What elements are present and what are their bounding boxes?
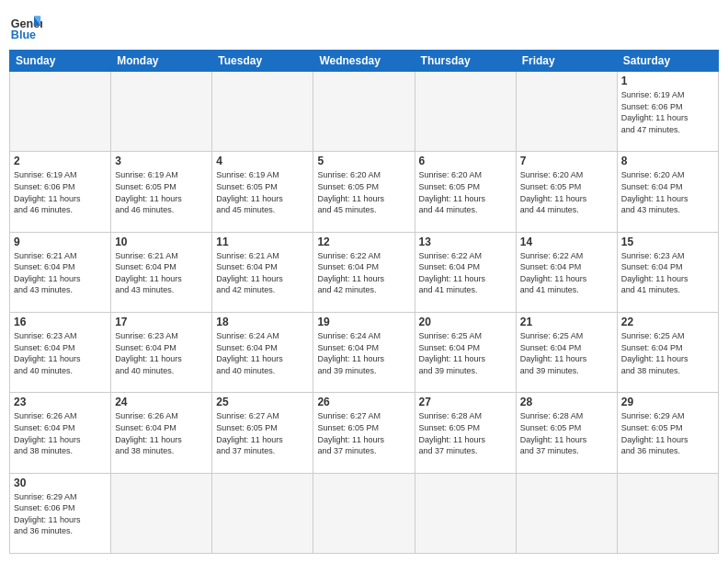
weekday-header-saturday: Saturday (617, 51, 718, 72)
day-number: 10 (115, 236, 208, 248)
day-info: Sunrise: 6:28 AM Sunset: 6:05 PM Dayligh… (419, 410, 512, 456)
calendar-cell-23: 18Sunrise: 6:24 AM Sunset: 6:04 PM Dayli… (212, 312, 313, 392)
day-info: Sunrise: 6:20 AM Sunset: 6:05 PM Dayligh… (317, 169, 410, 215)
day-number: 27 (419, 396, 512, 408)
day-number: 15 (621, 236, 714, 248)
calendar-cell-27: 22Sunrise: 6:25 AM Sunset: 6:04 PM Dayli… (617, 312, 718, 392)
day-info: Sunrise: 6:25 AM Sunset: 6:04 PM Dayligh… (419, 330, 512, 376)
svg-text:Blue: Blue (11, 29, 36, 41)
calendar-cell-40 (516, 473, 617, 553)
day-info: Sunrise: 6:23 AM Sunset: 6:04 PM Dayligh… (14, 330, 107, 376)
calendar-cell-29: 24Sunrise: 6:26 AM Sunset: 6:04 PM Dayli… (111, 393, 212, 473)
day-info: Sunrise: 6:26 AM Sunset: 6:04 PM Dayligh… (115, 410, 208, 456)
day-number: 29 (621, 396, 714, 408)
calendar-cell-8: 3Sunrise: 6:19 AM Sunset: 6:05 PM Daylig… (111, 152, 212, 232)
day-info: Sunrise: 6:20 AM Sunset: 6:05 PM Dayligh… (419, 169, 512, 215)
day-info: Sunrise: 6:24 AM Sunset: 6:04 PM Dayligh… (317, 330, 410, 376)
day-info: Sunrise: 6:29 AM Sunset: 6:06 PM Dayligh… (14, 491, 107, 537)
calendar-cell-22: 17Sunrise: 6:23 AM Sunset: 6:04 PM Dayli… (111, 312, 212, 392)
calendar-cell-5 (516, 72, 617, 152)
weekday-header-thursday: Thursday (415, 51, 516, 72)
day-number: 20 (419, 316, 512, 328)
page: General Blue SundayMondayTuesdayWednesda… (0, 0, 728, 563)
calendar-cell-25: 20Sunrise: 6:25 AM Sunset: 6:04 PM Dayli… (415, 312, 516, 392)
day-info: Sunrise: 6:19 AM Sunset: 6:05 PM Dayligh… (115, 169, 208, 215)
calendar-cell-12: 7Sunrise: 6:20 AM Sunset: 6:05 PM Daylig… (516, 152, 617, 232)
calendar-row-2: 2Sunrise: 6:19 AM Sunset: 6:06 PM Daylig… (10, 152, 719, 232)
header: General Blue (9, 9, 719, 42)
day-info: Sunrise: 6:28 AM Sunset: 6:05 PM Dayligh… (520, 410, 613, 456)
day-number: 6 (419, 155, 512, 167)
day-info: Sunrise: 6:27 AM Sunset: 6:05 PM Dayligh… (317, 410, 410, 456)
day-number: 1 (621, 75, 714, 87)
day-info: Sunrise: 6:19 AM Sunset: 6:06 PM Dayligh… (14, 169, 107, 215)
day-number: 24 (115, 396, 208, 408)
day-info: Sunrise: 6:19 AM Sunset: 6:05 PM Dayligh… (216, 169, 309, 215)
weekday-header-friday: Friday (516, 51, 617, 72)
weekday-header-wednesday: Wednesday (313, 51, 415, 72)
calendar-cell-18: 13Sunrise: 6:22 AM Sunset: 6:04 PM Dayli… (415, 232, 516, 312)
calendar-cell-31: 26Sunrise: 6:27 AM Sunset: 6:05 PM Dayli… (313, 393, 415, 473)
calendar-cell-11: 6Sunrise: 6:20 AM Sunset: 6:05 PM Daylig… (415, 152, 516, 232)
day-info: Sunrise: 6:26 AM Sunset: 6:04 PM Dayligh… (14, 410, 107, 456)
day-number: 11 (216, 236, 309, 248)
calendar-row-3: 9Sunrise: 6:21 AM Sunset: 6:04 PM Daylig… (10, 232, 719, 312)
calendar-cell-15: 10Sunrise: 6:21 AM Sunset: 6:04 PM Dayli… (111, 232, 212, 312)
day-info: Sunrise: 6:25 AM Sunset: 6:04 PM Dayligh… (520, 330, 613, 376)
calendar-cell-34: 29Sunrise: 6:29 AM Sunset: 6:05 PM Dayli… (617, 393, 718, 473)
day-number: 30 (14, 477, 107, 489)
day-number: 5 (317, 155, 410, 167)
calendar-cell-36 (111, 473, 212, 553)
day-number: 18 (216, 316, 309, 328)
day-info: Sunrise: 6:21 AM Sunset: 6:04 PM Dayligh… (115, 250, 208, 296)
calendar-cell-14: 9Sunrise: 6:21 AM Sunset: 6:04 PM Daylig… (10, 232, 111, 312)
day-info: Sunrise: 6:23 AM Sunset: 6:04 PM Dayligh… (115, 330, 208, 376)
calendar-cell-28: 23Sunrise: 6:26 AM Sunset: 6:04 PM Dayli… (10, 393, 111, 473)
calendar-cell-3 (313, 72, 415, 152)
weekday-header-monday: Monday (111, 51, 212, 72)
calendar-cell-21: 16Sunrise: 6:23 AM Sunset: 6:04 PM Dayli… (10, 312, 111, 392)
weekday-header-sunday: Sunday (10, 51, 111, 72)
calendar-cell-2 (212, 72, 313, 152)
calendar-row-5: 23Sunrise: 6:26 AM Sunset: 6:04 PM Dayli… (10, 393, 719, 473)
day-number: 19 (317, 316, 410, 328)
day-number: 22 (621, 316, 714, 328)
calendar-cell-6: 1Sunrise: 6:19 AM Sunset: 6:06 PM Daylig… (617, 72, 718, 152)
calendar-cell-17: 12Sunrise: 6:22 AM Sunset: 6:04 PM Dayli… (313, 232, 415, 312)
calendar-cell-13: 8Sunrise: 6:20 AM Sunset: 6:04 PM Daylig… (617, 152, 718, 232)
day-info: Sunrise: 6:29 AM Sunset: 6:05 PM Dayligh… (621, 410, 714, 456)
calendar-cell-38 (313, 473, 415, 553)
calendar-cell-0 (10, 72, 111, 152)
calendar-cell-9: 4Sunrise: 6:19 AM Sunset: 6:05 PM Daylig… (212, 152, 313, 232)
calendar-row-6: 30Sunrise: 6:29 AM Sunset: 6:06 PM Dayli… (10, 473, 719, 553)
day-number: 13 (419, 236, 512, 248)
logo: General Blue (9, 9, 42, 42)
day-info: Sunrise: 6:23 AM Sunset: 6:04 PM Dayligh… (621, 250, 714, 296)
weekday-header-tuesday: Tuesday (212, 51, 313, 72)
day-number: 2 (14, 155, 107, 167)
calendar-cell-30: 25Sunrise: 6:27 AM Sunset: 6:05 PM Dayli… (212, 393, 313, 473)
calendar-cell-1 (111, 72, 212, 152)
day-number: 28 (520, 396, 613, 408)
calendar-cell-32: 27Sunrise: 6:28 AM Sunset: 6:05 PM Dayli… (415, 393, 516, 473)
calendar-cell-20: 15Sunrise: 6:23 AM Sunset: 6:04 PM Dayli… (617, 232, 718, 312)
day-number: 9 (14, 236, 107, 248)
calendar-cell-33: 28Sunrise: 6:28 AM Sunset: 6:05 PM Dayli… (516, 393, 617, 473)
day-info: Sunrise: 6:25 AM Sunset: 6:04 PM Dayligh… (621, 330, 714, 376)
day-number: 12 (317, 236, 410, 248)
day-info: Sunrise: 6:22 AM Sunset: 6:04 PM Dayligh… (520, 250, 613, 296)
day-info: Sunrise: 6:27 AM Sunset: 6:05 PM Dayligh… (216, 410, 309, 456)
calendar-row-4: 16Sunrise: 6:23 AM Sunset: 6:04 PM Dayli… (10, 312, 719, 392)
calendar-cell-19: 14Sunrise: 6:22 AM Sunset: 6:04 PM Dayli… (516, 232, 617, 312)
day-number: 17 (115, 316, 208, 328)
day-number: 8 (621, 155, 714, 167)
day-info: Sunrise: 6:19 AM Sunset: 6:06 PM Dayligh… (621, 89, 714, 135)
day-number: 23 (14, 396, 107, 408)
calendar-cell-37 (212, 473, 313, 553)
day-number: 4 (216, 155, 309, 167)
calendar-cell-26: 21Sunrise: 6:25 AM Sunset: 6:04 PM Dayli… (516, 312, 617, 392)
day-number: 3 (115, 155, 208, 167)
calendar-cell-10: 5Sunrise: 6:20 AM Sunset: 6:05 PM Daylig… (313, 152, 415, 232)
day-number: 25 (216, 396, 309, 408)
day-info: Sunrise: 6:20 AM Sunset: 6:04 PM Dayligh… (621, 169, 714, 215)
